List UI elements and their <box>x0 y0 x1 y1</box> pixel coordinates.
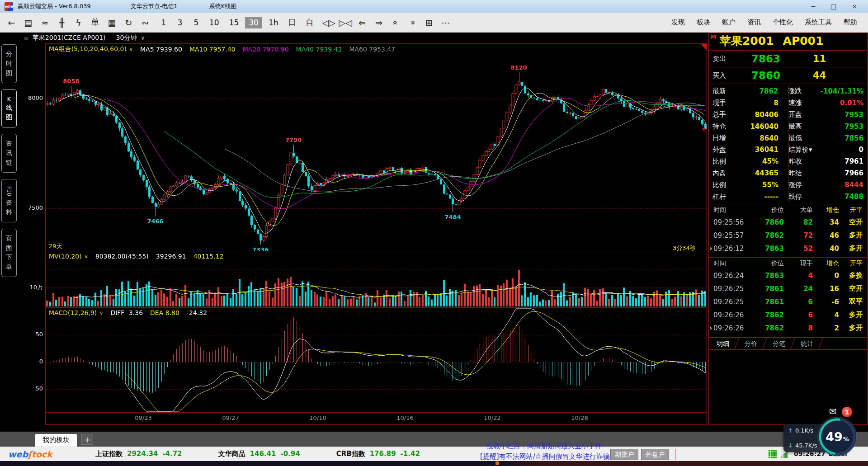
menu-系统工具[interactable]: 系统工具 <box>805 18 832 27</box>
bid-price[interactable]: 7860 <box>738 70 794 81</box>
tick-chart-icon[interactable]: ϟ <box>71 18 85 28</box>
cell-increase: 34 <box>813 218 839 226</box>
table-row[interactable]: 09:25:5778627246多开 <box>709 229 867 242</box>
table-row[interactable]: ›09:26:26786282多开 <box>709 321 867 334</box>
period-1h-button[interactable]: 1h <box>265 17 282 28</box>
macd-indicator-label[interactable]: MACD(12,26,9) <box>49 309 97 316</box>
quote-board-icon[interactable]: ▤ <box>21 18 35 28</box>
volume-chevron-down-icon[interactable]: ∨ <box>85 254 88 259</box>
ask-price[interactable]: 7863 <box>738 53 794 65</box>
board-tab-my[interactable]: 我的板块 <box>35 434 77 447</box>
volume-indicator-label[interactable]: MV(10,20) <box>49 253 82 260</box>
x-axis: 09/2309/2710/1010/1610/2210/28 <box>46 412 707 424</box>
sidebar-tab-分时图[interactable]: 分时图 <box>1 44 17 83</box>
tick-detail-table: 时间价位现手增仓开平09:26:24786340多换09:26:25786124… <box>709 257 867 337</box>
more-icon[interactable]: ⋯ <box>439 18 453 28</box>
cell-time: 09:25:57 <box>709 231 752 240</box>
table-row[interactable]: 09:25:5678608234空开 <box>709 216 867 229</box>
back-icon[interactable]: ← <box>5 18 19 28</box>
marquee-notice-2[interactable]: [提醒]有不法网站/直播间假冒文华进行诈骗 <box>480 452 610 461</box>
period-3-button[interactable]: 3 <box>173 17 187 28</box>
notification-badge[interactable]: 1 <box>842 407 852 417</box>
quote-value: 0.01% <box>821 99 867 107</box>
period-15-button[interactable]: 15 <box>226 17 243 28</box>
order-panel-icon[interactable]: 单 <box>88 17 102 28</box>
pan-right-icon[interactable]: ⇒ <box>372 18 386 28</box>
pan-left-icon[interactable]: ⇐ <box>355 18 369 28</box>
candlestick-chart-icon[interactable]: ╫ <box>55 18 69 28</box>
sidebar-tab-资讯链[interactable]: 资讯链 <box>1 134 17 173</box>
menu-板块[interactable]: 板块 <box>697 18 710 27</box>
download-progress-gauge[interactable]: 49 % <box>818 418 856 456</box>
menu-资讯[interactable]: 资讯 <box>747 18 761 27</box>
menu-个性化[interactable]: 个性化 <box>773 18 793 27</box>
marquee-notice-1[interactable]: 投教小栏目：同消册如何放入业小于件 <box>486 442 602 451</box>
ma-chevron-down-icon[interactable]: ∨ <box>129 47 133 52</box>
close-button[interactable]: × <box>852 3 857 10</box>
quote-grid-row: 内盘44365昨结7966 <box>709 167 867 179</box>
row-cursor-icon: › <box>709 324 712 332</box>
chart-instrument-title[interactable]: 苹果2001(CZCE AP001) <box>33 34 106 42</box>
macd-chart-canvas[interactable] <box>46 308 707 412</box>
quote-label: 持仓 <box>709 122 735 131</box>
contract-code[interactable]: AP001 <box>783 34 824 48</box>
plot-region: MA组合(5,10,20,40,60,0)∨MA5 7939.60MA10 79… <box>45 43 707 425</box>
detail-tab-统计[interactable]: 统计 <box>793 338 821 349</box>
period-10-button[interactable]: 10 <box>206 17 223 28</box>
adjust-lines-icon[interactable]: ∾ <box>138 18 152 28</box>
period-1-button[interactable]: 1 <box>157 17 170 28</box>
table-row[interactable]: ›09:26:1278635240多开 <box>709 242 867 255</box>
period-30-button[interactable]: 30 <box>245 17 262 28</box>
layout-name-label[interactable]: 系统K线图 <box>209 2 237 10</box>
sidebar-tab-页面下单[interactable]: 页面下单 <box>1 229 17 277</box>
sidebar-tab-K线图[interactable]: K线图 <box>1 89 17 127</box>
statusbar-divider <box>675 449 676 460</box>
message-envelope-icon[interactable]: ✉ <box>829 406 837 417</box>
sidebar-tab-F10资料[interactable]: F10资料 <box>1 179 17 222</box>
add-board-button[interactable]: + <box>81 434 93 445</box>
cell-time: 09:26:26 <box>709 324 752 332</box>
minimize-button[interactable]: ─ <box>811 3 815 10</box>
quote-value: 7953 <box>821 122 867 131</box>
quote-panel: M 苹果2001 AP001 卖出 7863 11 买入 7860 44 最新7… <box>708 33 868 432</box>
menu-账户[interactable]: 账户 <box>722 18 736 27</box>
external-account-button[interactable]: 外盘户 <box>641 449 669 460</box>
zoom-in-horizontal-icon[interactable]: ▷◁ <box>339 18 353 28</box>
menu-发现[interactable]: 发现 <box>671 18 685 27</box>
detail-tab-明细[interactable]: 明细 <box>709 338 737 349</box>
chevron-down-icon[interactable]: ∨ <box>141 35 145 41</box>
period-日-button[interactable]: 日 <box>285 16 300 29</box>
ma-indicator-value: MA10 7957.40 <box>189 46 236 53</box>
detail-tab-分笔[interactable]: 分笔 <box>765 338 793 349</box>
contract-name[interactable]: 苹果2001 <box>720 34 774 48</box>
detail-tab-分价[interactable]: 分价 <box>737 338 765 349</box>
quote-label[interactable]: 结算价▾ <box>782 146 821 154</box>
period-自-button[interactable]: 自 <box>302 16 317 29</box>
detail-tabs: 明细分价分笔统计 <box>709 337 867 350</box>
menu-帮助[interactable]: 帮助 <box>844 18 857 27</box>
futures-account-button[interactable]: 期货户 <box>610 449 638 460</box>
quote-label: 最高 <box>782 122 821 131</box>
ma-indicator-label[interactable]: MA组合(5,10,20,40,60,0) <box>49 45 127 53</box>
server-node-label[interactable]: 文华云节点-电信1 <box>131 2 178 10</box>
refresh-icon[interactable]: ↻ <box>122 18 136 28</box>
scale-down-icon[interactable]: « <box>406 18 420 28</box>
table-row[interactable]: 09:26:2578616-6双平 <box>709 295 867 308</box>
table-row[interactable]: 09:26:24786340多换 <box>709 269 867 282</box>
multi-window-icon[interactable]: ⊞ <box>422 18 436 28</box>
scale-up-icon[interactable]: « <box>389 18 403 28</box>
line-chart-icon[interactable]: ≈ <box>38 18 52 28</box>
connection-grid-icon[interactable] <box>769 450 777 458</box>
cell-qty: 24 <box>784 285 813 293</box>
index-quotes: 上证指数2924.34-4.72文华商品146.41-0.94CRB指数176.… <box>95 450 420 458</box>
chart-period-select[interactable]: 30分钟 <box>116 34 137 42</box>
cell-time: 09:25:56 <box>709 218 752 226</box>
zoom-out-horizontal-icon[interactable]: ◁▷ <box>322 18 336 28</box>
save-layout-icon[interactable]: ▦ <box>105 18 119 28</box>
table-row[interactable]: 09:26:2578612416空开 <box>709 282 867 295</box>
period-5-button[interactable]: 5 <box>189 17 203 28</box>
table-row[interactable]: 09:26:26786264多开 <box>709 308 867 321</box>
macd-chevron-down-icon[interactable]: ∨ <box>99 310 103 316</box>
maximize-button[interactable]: □ <box>830 3 836 10</box>
main-chart-canvas[interactable] <box>46 44 707 251</box>
